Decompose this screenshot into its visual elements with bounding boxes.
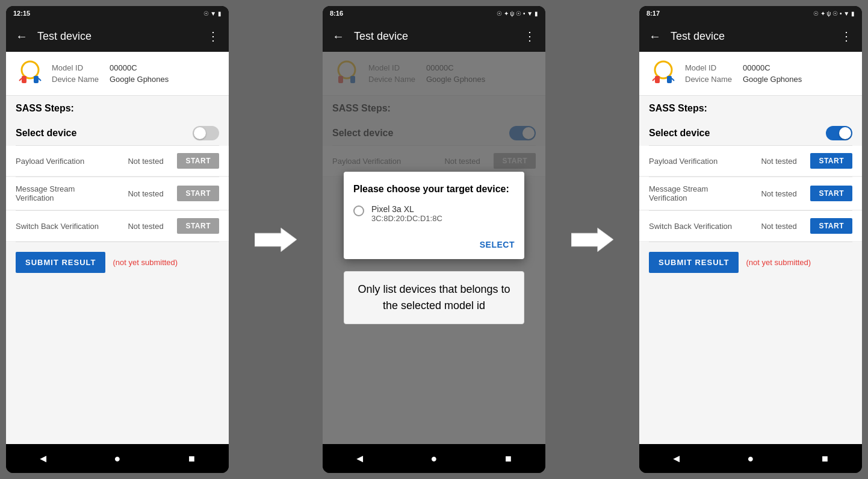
test-status-3-1: Not tested	[761, 157, 803, 166]
test-status-3-2: Not tested	[761, 189, 803, 198]
phone-screen-3: 8:17 ☉ ✦ ψ ☉ • ▼ ▮ ← Test device ⋮	[639, 6, 862, 473]
nav-recent-3[interactable]: ■	[815, 449, 834, 468]
device-name-value-3: Google Gphones	[743, 75, 802, 84]
model-id-value-1: 00000C	[110, 63, 137, 72]
test-name-1-1: Payload Verification	[16, 157, 128, 166]
more-icon-2[interactable]: ⋮	[524, 29, 536, 43]
nav-bar-1: ◄ ● ■	[6, 444, 229, 473]
sass-title-1: SASS Steps:	[16, 103, 219, 114]
svg-point-0	[22, 61, 39, 78]
screen-content-1: Model ID 00000C Device Name Google Gphon…	[6, 52, 229, 444]
select-device-label-3: Select device	[649, 128, 710, 139]
svg-line-13	[653, 78, 655, 81]
select-device-toggle-3[interactable]	[826, 126, 852, 140]
start-btn-3-1[interactable]: START	[810, 153, 852, 169]
status-bar-3: 8:17 ☉ ✦ ψ ☉ • ▼ ▮	[639, 6, 862, 20]
screen-content-3: Model ID 00000C Device Name Google Gphon…	[639, 52, 862, 444]
submit-btn-1[interactable]: SUBMIT RESULT	[16, 252, 105, 273]
test-status-1-1: Not tested	[128, 157, 170, 166]
app-title-3: Test device	[671, 30, 840, 43]
device-name-label-3: Device Name	[685, 75, 733, 84]
device-name-label-1: Device Name	[52, 75, 100, 84]
nav-bar-2: ◄ ● ■	[323, 444, 545, 473]
dialog-title: Please choose your target device:	[353, 184, 515, 195]
arrow-icon-1	[255, 228, 297, 252]
start-btn-3-3[interactable]: START	[810, 218, 852, 234]
nav-home-2[interactable]: ●	[424, 449, 444, 468]
app-title-2: Test device	[354, 30, 524, 43]
test-status-1-3: Not tested	[128, 222, 170, 231]
more-icon-3[interactable]: ⋮	[840, 29, 852, 43]
svg-line-14	[672, 78, 674, 81]
submit-section-1: SUBMIT RESULT (not yet submitted)	[6, 242, 229, 283]
device-logo-1	[16, 59, 45, 88]
svg-rect-11	[655, 76, 660, 83]
model-id-label-3: Model ID	[685, 63, 733, 72]
svg-line-4	[39, 78, 41, 81]
test-row-1-2: Message StreamVerification Not tested ST…	[6, 177, 229, 210]
svg-rect-1	[22, 76, 26, 83]
start-btn-3-2[interactable]: START	[810, 186, 852, 201]
nav-back-2[interactable]: ◄	[350, 449, 370, 468]
nav-home-1[interactable]: ●	[108, 449, 127, 468]
test-name-3-3: Switch Back Verification	[649, 222, 761, 231]
device-info-1: Model ID 00000C Device Name Google Gphon…	[52, 63, 169, 84]
sass-section-1: SASS Steps:	[6, 96, 229, 124]
back-icon-3[interactable]: ←	[649, 30, 661, 43]
toggle-knob-1	[194, 127, 206, 139]
select-device-toggle-1[interactable]	[193, 126, 219, 140]
test-name-1-2: Message StreamVerification	[16, 184, 128, 202]
submit-btn-3[interactable]: SUBMIT RESULT	[649, 252, 739, 273]
nav-recent-2[interactable]: ■	[498, 449, 518, 468]
status-bar-1: 12:15 ☉ ▼ ▮	[6, 6, 229, 20]
test-status-1-2: Not tested	[128, 189, 170, 198]
start-btn-1-1[interactable]: START	[177, 153, 219, 169]
test-row-3-2: Message StreamVerification Not tested ST…	[639, 177, 862, 210]
phone-screen-1: 12:15 ☉ ▼ ▮ ← Test device ⋮	[6, 6, 229, 473]
test-name-3-1: Payload Verification	[649, 157, 761, 166]
nav-recent-1[interactable]: ■	[182, 449, 201, 468]
nav-back-1[interactable]: ◄	[34, 449, 53, 468]
test-name-1-3: Switch Back Verification	[16, 222, 128, 231]
back-icon-2[interactable]: ←	[332, 30, 344, 43]
arrow-1	[249, 228, 303, 252]
more-icon-1[interactable]: ⋮	[207, 29, 219, 43]
app-bar-1: ← Test device ⋮	[6, 20, 229, 52]
not-submitted-1: (not yet submitted)	[113, 258, 178, 267]
start-btn-1-2[interactable]: START	[177, 186, 219, 201]
test-name-3-2: Message StreamVerification	[649, 184, 761, 202]
arrow-icon-2	[571, 228, 613, 252]
nav-home-3[interactable]: ●	[741, 449, 760, 468]
model-id-label-1: Model ID	[52, 63, 100, 72]
toggle-knob-3	[839, 127, 851, 139]
dialog-device-name-1: Pixel 3a XL	[371, 204, 442, 214]
device-card-1: Model ID 00000C Device Name Google Gphon…	[6, 52, 229, 96]
nav-bar-3: ◄ ● ■	[639, 444, 862, 473]
status-icon-2: ☉ ✦ ψ ☉ • ▼ ▮	[497, 10, 538, 17]
dialog-option-1[interactable]: Pixel 3a XL 3C:8D:20:DC:D1:8C	[353, 204, 515, 223]
svg-marker-9	[571, 228, 613, 251]
select-button[interactable]: SELECT	[480, 235, 515, 254]
start-btn-1-3[interactable]: START	[177, 218, 219, 234]
sass-section-3: SASS Steps:	[639, 96, 862, 124]
app-bar-3: ← Test device ⋮	[639, 20, 862, 52]
device-card-3: Model ID 00000C Device Name Google Gphon…	[639, 52, 862, 96]
model-id-value-3: 00000C	[743, 63, 770, 72]
nav-back-3[interactable]: ◄	[667, 449, 686, 468]
select-device-row-3: Select device	[639, 124, 862, 145]
svg-rect-12	[667, 76, 672, 83]
tooltip-text: Only list devices that belongs to the se…	[358, 283, 510, 312]
arrow-2	[565, 228, 619, 252]
dialog-actions: SELECT	[353, 230, 515, 254]
radio-btn-1[interactable]	[353, 205, 364, 216]
svg-point-10	[655, 61, 672, 78]
device-info-3: Model ID 00000C Device Name Google Gphon…	[685, 63, 802, 84]
back-icon-1[interactable]: ←	[16, 30, 28, 43]
not-submitted-3: (not yet submitted)	[746, 258, 811, 267]
test-row-1-3: Switch Back Verification Not tested STAR…	[6, 211, 229, 242]
choose-device-dialog: Please choose your target device: Pixel …	[344, 172, 524, 259]
svg-rect-2	[34, 76, 39, 83]
app-bar-2: ← Test device ⋮	[323, 20, 545, 52]
test-status-3-3: Not tested	[761, 222, 803, 231]
sass-title-3: SASS Steps:	[649, 103, 852, 114]
